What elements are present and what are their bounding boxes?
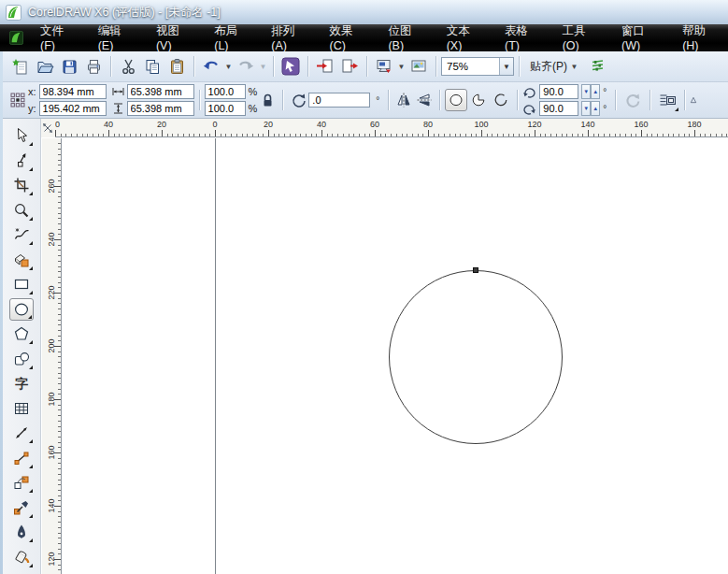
parallel-dimension-tool[interactable]: [9, 422, 34, 444]
scale-x-input[interactable]: [205, 84, 246, 99]
copy-button[interactable]: [140, 54, 164, 79]
zoom-level-value: 75%: [442, 61, 499, 72]
ruler-tick: [231, 134, 232, 136]
ruler-tick: [58, 245, 61, 246]
shape-tool[interactable]: [9, 150, 34, 172]
coreldraw-app-icon: [6, 5, 21, 21]
ellipse-top-node[interactable]: [473, 267, 478, 273]
smart-fill-tool[interactable]: [9, 249, 34, 271]
undo-dropdown-arrow[interactable]: ▼: [223, 63, 234, 71]
horizontal-ruler[interactable]: 604020020406080100120140160180: [42, 119, 728, 137]
ruler-tick: [58, 160, 61, 161]
mirror-vertical-button[interactable]: [414, 88, 435, 112]
blend-tool[interactable]: [9, 471, 34, 494]
save-button[interactable]: [57, 54, 81, 79]
scale-factor-group: % %: [205, 84, 258, 116]
options-button[interactable]: [585, 54, 609, 79]
cut-button[interactable]: [116, 54, 140, 79]
ruler-tick: [481, 130, 482, 136]
interactive-fill-tool[interactable]: [9, 570, 34, 574]
zoom-tool[interactable]: [9, 199, 34, 222]
color-eyedropper-tool[interactable]: [9, 496, 34, 519]
object-width-input[interactable]: [127, 84, 194, 99]
ruler-tick: [119, 134, 120, 136]
ruler-origin-button[interactable]: [41, 119, 55, 137]
text-tool[interactable]: 字: [9, 372, 34, 395]
ruler-tick: [58, 500, 61, 501]
ruler-tick: [58, 223, 61, 224]
ruler-tick: [58, 549, 61, 550]
ruler-tick: [58, 437, 61, 438]
zoom-level-combobox[interactable]: 75% ▼: [441, 57, 514, 76]
toolbar-separator: [307, 56, 308, 77]
fill-tool[interactable]: [9, 546, 34, 568]
coreldraw-window: CorelDRAW X6 (评估版) - [未命名 -1] 文件(F)编辑(E)…: [0, 0, 728, 574]
import-button[interactable]: [313, 54, 337, 79]
snap-to-button[interactable]: 贴齐(P) ▼: [524, 56, 585, 78]
object-height-input[interactable]: [127, 101, 194, 116]
ruler-tick: [58, 261, 61, 262]
print-button[interactable]: [81, 54, 106, 79]
drawing-canvas[interactable]: [63, 138, 728, 574]
ruler-tick: [284, 134, 285, 136]
ruler-tick: [290, 134, 291, 136]
vertical-ruler[interactable]: 260240220200180160140120: [42, 138, 62, 574]
rectangle-tool[interactable]: [9, 273, 34, 295]
ruler-tick: [716, 134, 717, 136]
ruler-tick: [58, 154, 61, 155]
ruler-label: 220: [47, 285, 56, 299]
position-y-input[interactable]: [39, 101, 107, 116]
zoom-level-dropdown-arrow[interactable]: ▼: [499, 58, 513, 75]
ruler-tick: [465, 134, 466, 136]
ruler-tick: [513, 134, 514, 136]
position-x-input[interactable]: [39, 84, 107, 99]
ending-angle-input[interactable]: [539, 101, 578, 116]
snap-to-dropdown-arrow[interactable]: ▼: [569, 63, 579, 71]
crop-tool[interactable]: [9, 174, 34, 196]
ellipse-mode-button[interactable]: [445, 89, 467, 111]
ruler-tick: [364, 134, 365, 136]
paste-button[interactable]: [164, 54, 189, 79]
ruler-tick: [647, 134, 648, 136]
ruler-tick: [58, 229, 61, 230]
ending-angle-spinner[interactable]: ▼▲: [581, 101, 600, 116]
ellipse-tool[interactable]: [9, 298, 34, 321]
starting-angle-spinner[interactable]: ▼▲: [581, 84, 600, 99]
ruler-tick: [87, 134, 88, 136]
open-button[interactable]: [33, 54, 57, 79]
arc-mode-button[interactable]: [490, 89, 512, 111]
wrap-text-button[interactable]: [655, 88, 679, 112]
ruler-tick: [77, 134, 78, 136]
welcome-screen-button[interactable]: [407, 54, 431, 79]
mirror-horizontal-button[interactable]: [393, 88, 414, 112]
ruler-tick: [209, 134, 210, 136]
menu-app-icon[interactable]: [9, 31, 23, 45]
export-button[interactable]: [337, 54, 362, 79]
ruler-tick: [438, 134, 439, 136]
polygon-tool[interactable]: [9, 323, 34, 345]
freehand-tool[interactable]: [9, 223, 34, 246]
rotation-angle-input[interactable]: [308, 93, 370, 108]
application-launcher-button[interactable]: [372, 54, 396, 79]
pie-mode-button[interactable]: [467, 89, 490, 111]
ruler-tick: [625, 134, 626, 136]
application-launcher-dropdown-arrow[interactable]: ▼: [396, 63, 407, 71]
ending-angle-icon: [522, 103, 536, 115]
ruler-tick: [58, 421, 61, 422]
ruler-tick: [268, 130, 269, 136]
new-document-button[interactable]: [8, 54, 33, 79]
basic-shapes-tool[interactable]: [9, 348, 34, 370]
search-content-button[interactable]: [278, 54, 303, 79]
ruler-tick: [55, 130, 56, 136]
lock-ratio-button[interactable]: [257, 88, 278, 112]
ellipse-shape[interactable]: [389, 270, 563, 444]
straight-line-connector-tool[interactable]: [9, 447, 34, 469]
outline-pen-tool[interactable]: [9, 521, 34, 543]
ruler-tick: [58, 527, 61, 528]
undo-button[interactable]: [199, 54, 223, 79]
table-tool[interactable]: [9, 397, 34, 420]
starting-angle-input[interactable]: [539, 84, 578, 99]
scale-y-input[interactable]: [205, 101, 246, 116]
outline-width-icon-partial[interactable]: [690, 88, 697, 112]
pick-tool[interactable]: [9, 124, 34, 147]
